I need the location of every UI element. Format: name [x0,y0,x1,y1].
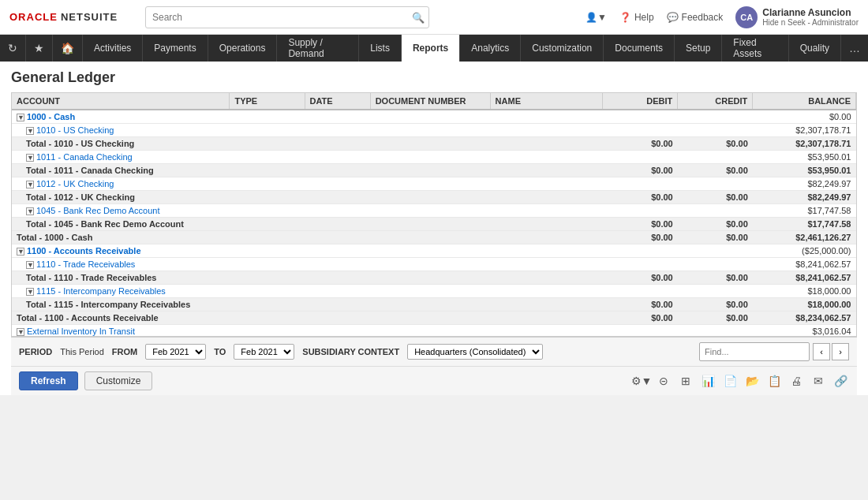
row-docnum [370,110,490,124]
table-row-total: Total - 1110 - Trade Receivables $0.00 $… [12,271,856,285]
row-balance: $3,016.04 [753,325,856,338]
table-row-total: Total - 1010 - US Checking $0.00 $0.00 $… [12,137,856,151]
nav-activities[interactable]: Activities [83,35,143,62]
expand-icon[interactable]: ▼ [17,328,24,336]
shortcuts-icon[interactable]: 👤▼ [586,12,607,23]
row-credit [678,244,753,258]
find-input[interactable] [699,342,810,361]
nav-star-icon[interactable]: ★ [26,35,53,62]
expand-icon[interactable]: ▼ [17,248,24,256]
expand-icon[interactable]: ▼ [26,207,34,215]
expand-icon[interactable]: ▼ [26,181,34,188]
excel-icon[interactable]: 📊 [699,372,716,390]
row-credit [678,151,753,164]
row-debit: $0.00 [603,298,678,312]
row-balance: $2,307,178.71 [753,137,856,151]
customize-button[interactable]: Customize [84,371,153,390]
feedback-icon: 💬 [667,12,679,23]
nav-fixed-assets[interactable]: Fixed Assets [722,35,788,62]
row-credit: $0.00 [678,271,753,285]
row-date [305,298,370,312]
prev-arrow-button[interactable]: ‹ [813,343,830,360]
nav-setup[interactable]: Setup [675,35,722,62]
to-label: TO [214,347,226,356]
table-row-total: Total - 1045 - Bank Rec Demo Account $0.… [12,218,856,231]
expand-icon[interactable]: ▼ [26,261,34,269]
pdf-icon[interactable]: 📄 [721,372,739,390]
to-select[interactable]: Feb 2021 [234,344,294,360]
collapse-icon[interactable]: ⊝ [655,372,672,390]
period-label: PERIOD [19,347,52,356]
help-button[interactable]: ❓ Help [619,12,654,23]
nav-lists[interactable]: Lists [359,35,402,62]
email-icon[interactable]: ✉ [810,372,827,390]
csv-icon[interactable]: 📂 [743,372,761,390]
user-name: Clarianne Asuncion [762,7,859,18]
copy-icon[interactable]: 📋 [765,372,783,390]
row-date [305,164,370,177]
expand-icon[interactable]: ▼ [17,114,24,121]
row-balance: ($25,000.00) [753,244,856,258]
row-docnum [370,244,490,258]
expand-icon[interactable]: ▼ [26,154,34,162]
row-name [490,218,603,231]
row-account: ▼1011 - Canada Checking [12,151,230,164]
nav-payments[interactable]: Payments [143,35,208,62]
row-type [230,151,305,164]
expand-icon[interactable]: ▼ [26,127,34,135]
table-row: ▼1011 - Canada Checking $53,950.01 [12,151,856,164]
row-type [230,271,305,285]
row-name [490,110,603,124]
row-type [230,164,305,177]
row-account: Total - 1100 - Accounts Receivable [12,312,230,325]
help-label: Help [634,12,654,23]
nav-supply-demand[interactable]: Supply / Demand [277,35,359,62]
feedback-button[interactable]: 💬 Feedback [667,12,724,23]
row-type [230,231,305,244]
from-label: FROM [112,347,137,356]
nav-more[interactable]: … [841,35,868,62]
settings-icon[interactable]: ⚙▼ [633,372,650,390]
nav-customization[interactable]: Customization [521,35,604,62]
row-balance: $2,307,178.71 [753,124,856,137]
row-date [305,325,370,338]
nav-operations[interactable]: Operations [208,35,278,62]
row-account: Total - 1045 - Bank Rec Demo Account [12,218,230,231]
from-select[interactable]: Feb 2021 [145,344,206,360]
nav-home-icon[interactable]: ↻ [0,35,26,62]
table-row: ▼1012 - UK Checking $82,249.97 [12,177,856,191]
row-docnum [370,204,490,218]
row-docnum [370,231,490,244]
row-debit [603,151,678,164]
search-input[interactable] [145,6,429,28]
subsidiary-select[interactable]: Headquarters (Consolidated) [407,344,543,360]
find-area: ‹ › [699,342,849,361]
nav-documents[interactable]: Documents [604,35,675,62]
nav-arrows: ‹ › [813,343,849,360]
row-docnum [370,325,490,338]
expand-icon[interactable]: ▼ [26,288,34,296]
nav-bar: ↻ ★ 🏠 Activities Payments Operations Sup… [0,35,868,62]
row-account: ▼1045 - Bank Rec Demo Account [12,204,230,218]
row-credit [678,258,753,271]
expand-all-icon[interactable]: ⊞ [677,372,694,390]
row-date [305,124,370,137]
nav-reports[interactable]: Reports [402,35,460,62]
nav-house-icon[interactable]: 🏠 [53,35,83,62]
share-icon[interactable]: 🔗 [832,372,849,390]
nav-quality[interactable]: Quality [789,35,841,62]
col-header-credit: CREDIT [678,93,753,110]
refresh-button[interactable]: Refresh [19,371,78,390]
nav-analytics[interactable]: Analytics [460,35,521,62]
user-info[interactable]: CA Clarianne Asuncion Hide n Seek - Admi… [735,6,859,28]
action-bar: Refresh Customize ⚙▼ ⊝ ⊞ 📊 📄 📂 📋 🖨 ✉ 🔗 [11,366,857,395]
row-type [230,325,305,338]
netsuite-logo: NETSUITE [61,11,118,23]
table-container[interactable]: ACCOUNT TYPE DATE DOCUMENT NUMBER NAME D… [11,92,857,337]
shortcuts-icon-sym: 👤▼ [586,12,607,23]
row-date [305,271,370,285]
row-name [490,231,603,244]
table-row: ▼1010 - US Checking $2,307,178.71 [12,124,856,137]
next-arrow-button[interactable]: › [832,343,849,360]
print-icon[interactable]: 🖨 [788,372,805,390]
